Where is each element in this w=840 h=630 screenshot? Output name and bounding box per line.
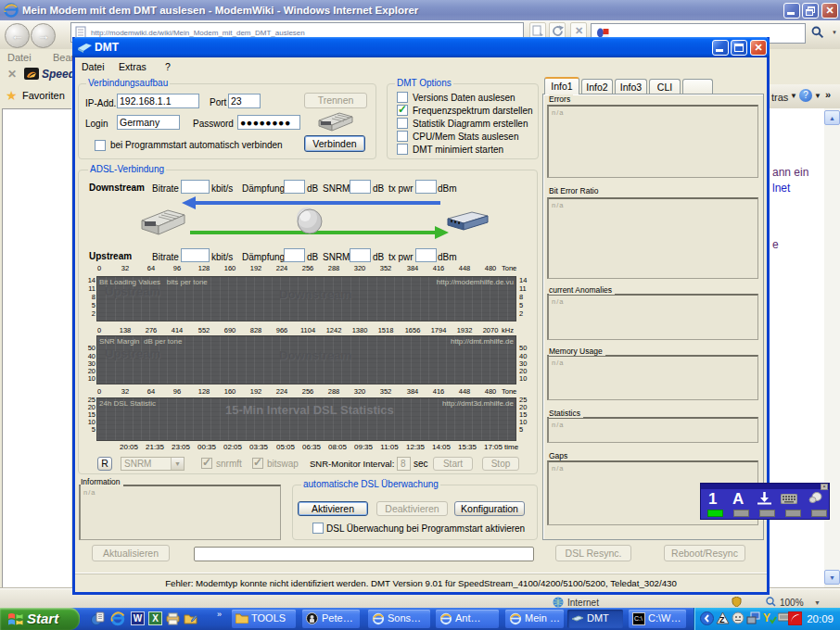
- svg-text:Z: Z: [719, 615, 725, 624]
- svg-text:Y: Y: [763, 611, 770, 624]
